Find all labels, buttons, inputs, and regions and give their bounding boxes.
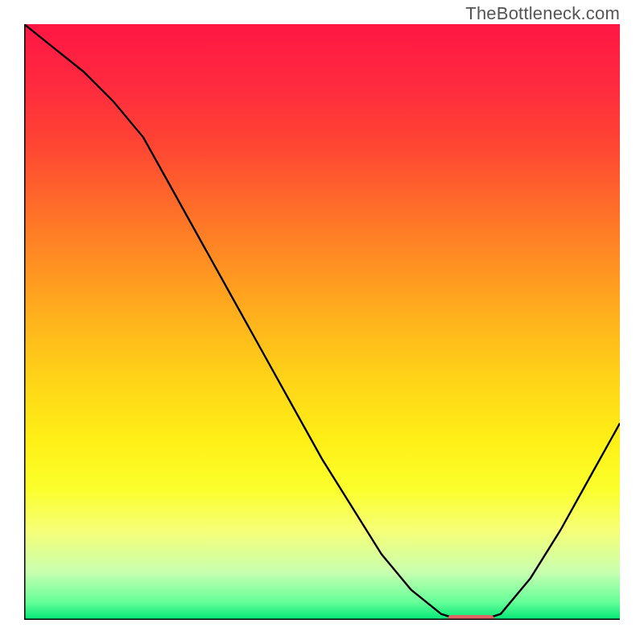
chart-container xyxy=(24,24,620,620)
attribution-text: TheBottleneck.com xyxy=(465,3,620,24)
chart-gradient-background xyxy=(24,24,620,620)
bottleneck-chart xyxy=(24,24,620,620)
